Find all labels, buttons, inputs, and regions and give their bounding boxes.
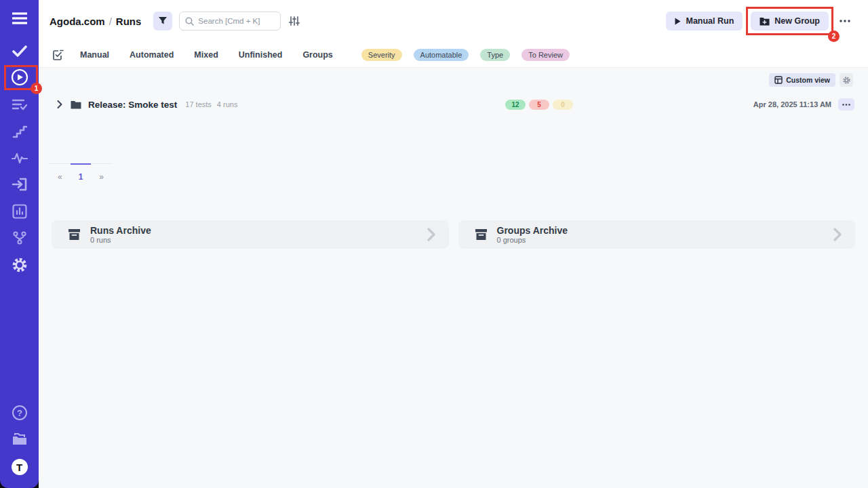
chevron-right-icon	[833, 228, 842, 241]
tag-filters: Severity Automatable Type To Review	[361, 49, 570, 61]
play-icon	[675, 18, 681, 25]
annotation-badge-2: 2	[828, 30, 840, 42]
sidebar-item-tests[interactable]	[0, 42, 39, 60]
archive-card-subtitle: 0 runs	[90, 236, 151, 244]
adjustments-button[interactable]	[289, 16, 300, 26]
filter-tabs-bar: Manual Automated Mixed Unfinished Groups…	[39, 42, 868, 68]
archive-card-text: Runs Archive 0 runs	[90, 226, 151, 244]
logo-letter: T	[16, 462, 22, 473]
search-input[interactable]	[198, 17, 273, 25]
sidebar-item-analytics[interactable]	[0, 149, 39, 167]
sliders-icon	[289, 16, 300, 26]
archive-card-subtitle: 0 groups	[497, 236, 568, 244]
pagination-page-1[interactable]: 1	[71, 163, 92, 182]
pagination-next[interactable]: »	[91, 163, 112, 182]
folder-icon	[71, 100, 81, 109]
bar-chart-icon	[12, 204, 27, 219]
ellipsis-icon	[840, 20, 850, 22]
import-icon	[12, 178, 28, 191]
runs-archive-card[interactable]: Runs Archive 0 runs	[52, 220, 449, 249]
sidebar-item-runs[interactable]	[0, 68, 39, 86]
manual-run-button[interactable]: Manual Run	[666, 12, 743, 30]
sidebar-item-milestones[interactable]	[0, 123, 39, 140]
chevron-right-icon[interactable]	[57, 100, 62, 108]
menu-toggle-button[interactable]	[0, 9, 39, 27]
sidebar-item-account[interactable]: T	[0, 458, 39, 476]
groups-archive-card[interactable]: Groups Archive 0 groups	[458, 220, 856, 249]
archive-card-text: Groups Archive 0 groups	[497, 226, 568, 244]
sidebar-item-branches[interactable]	[0, 229, 39, 247]
new-group-annotated: New Group 2	[751, 12, 829, 30]
view-settings-button[interactable]	[840, 73, 853, 87]
breadcrumb-project[interactable]: Agoda.com	[50, 16, 105, 27]
sidebar-item-plans[interactable]	[0, 96, 39, 113]
folder-plus-icon	[760, 17, 770, 26]
failed-count-badge: 5	[529, 100, 549, 110]
archive-box-icon	[475, 228, 488, 241]
run-group-row[interactable]: Release: Smoke test 17 tests 4 runs 12 5…	[39, 95, 868, 114]
run-group-date: Apr 28, 2025 11:13 AM	[753, 100, 831, 108]
tag-to-review[interactable]: To Review	[521, 49, 570, 61]
new-group-label: New Group	[774, 16, 820, 26]
svg-text:?: ?	[17, 408, 22, 418]
check-icon	[12, 45, 27, 57]
header-actions: Manual Run New Group 2	[666, 12, 853, 30]
archive-box-icon	[68, 228, 81, 241]
chevron-right-icon	[427, 228, 435, 241]
archive-cards: Runs Archive 0 runs Groups Archive 0 gro…	[52, 220, 855, 249]
view-controls: Custom view	[769, 73, 853, 87]
new-group-button[interactable]: New Group	[751, 12, 829, 30]
filter-button[interactable]	[153, 12, 172, 30]
sidebar-item-settings[interactable]	[0, 256, 39, 274]
pagination-prev[interactable]: «	[50, 163, 71, 182]
sidebar: ? T 1	[0, 0, 39, 488]
branch-icon	[12, 230, 27, 245]
header-more-button[interactable]	[837, 18, 853, 24]
tab-automated[interactable]: Automated	[130, 50, 174, 60]
sidebar-item-help[interactable]: ?	[0, 404, 39, 422]
app-logo: T	[12, 459, 28, 475]
archive-card-title: Groups Archive	[497, 226, 568, 236]
breadcrumb-separator: /	[105, 16, 116, 27]
tag-automatable[interactable]: Automatable	[414, 49, 469, 61]
gear-icon	[11, 256, 28, 274]
run-group-title[interactable]: Release: Smoke test	[88, 100, 177, 110]
custom-view-button[interactable]: Custom view	[769, 73, 835, 87]
tab-groups[interactable]: Groups	[302, 50, 332, 60]
passed-count-badge: 12	[505, 100, 526, 110]
manual-run-label: Manual Run	[686, 16, 734, 26]
sidebar-item-projects[interactable]	[0, 430, 39, 448]
sidebar-item-reports[interactable]	[0, 203, 39, 220]
gear-small-icon	[842, 76, 851, 85]
ellipsis-icon	[842, 104, 850, 106]
folders-icon	[12, 432, 28, 446]
table-view-icon	[774, 76, 783, 84]
bulk-edit-button[interactable]	[53, 49, 64, 60]
run-group-runs-count: 4 runs	[217, 100, 238, 108]
tab-unfinished[interactable]: Unfinished	[239, 50, 283, 60]
main-content: Custom view Release: Smoke test 17 tests…	[39, 68, 868, 488]
tag-type[interactable]: Type	[480, 49, 510, 61]
list-check-icon	[12, 98, 28, 111]
tab-manual[interactable]: Manual	[80, 50, 109, 60]
skipped-count-badge: 0	[553, 100, 573, 110]
search-icon	[185, 17, 194, 26]
play-circle-icon	[11, 68, 28, 86]
breadcrumb-page: Runs	[116, 16, 142, 27]
tab-mixed[interactable]: Mixed	[194, 50, 218, 60]
breadcrumb: Agoda.com/Runs	[50, 16, 141, 27]
funnel-icon	[158, 16, 167, 26]
clipboard-check-icon	[53, 49, 64, 60]
custom-view-label: Custom view	[786, 76, 830, 84]
stairs-icon	[12, 125, 27, 138]
hamburger-icon	[11, 12, 28, 25]
help-icon: ?	[12, 405, 28, 421]
pulse-icon	[12, 152, 28, 164]
header: Agoda.com/Runs Manual Run New Group 2	[39, 0, 868, 42]
search-box	[179, 12, 281, 30]
run-group-more-button[interactable]	[838, 98, 854, 110]
archive-card-title: Runs Archive	[90, 226, 151, 236]
tag-severity[interactable]: Severity	[361, 49, 402, 61]
run-group-tests-count: 17 tests	[185, 100, 212, 108]
sidebar-item-import[interactable]	[0, 176, 39, 193]
